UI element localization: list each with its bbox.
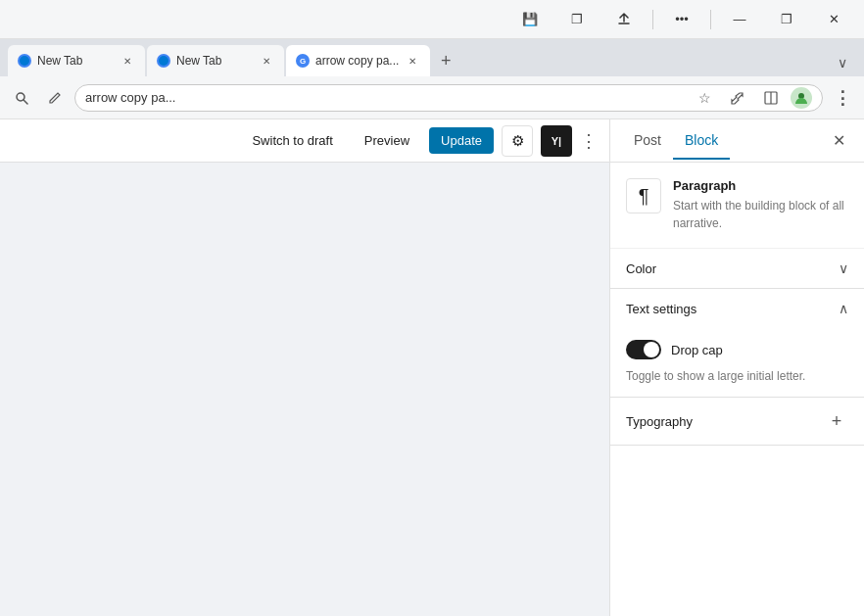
block-desc-text: Start with the building block of all nar… xyxy=(673,197,848,232)
title-bar-buttons: 💾 ❐ ••• — ❐ ✕ xyxy=(507,4,856,35)
typography-section-header[interactable]: Typography + xyxy=(610,398,864,445)
tab-close-3[interactable]: ✕ xyxy=(405,53,420,69)
tab-close-1[interactable]: ✕ xyxy=(120,53,135,69)
minimize-button[interactable]: — xyxy=(717,4,762,35)
tab-label-2: New Tab xyxy=(176,54,253,68)
maximize-button[interactable]: ❐ xyxy=(764,4,809,35)
text-settings-content: Drop cap Toggle to show a large initial … xyxy=(610,328,864,397)
panel-tabs: Post Block ✕ xyxy=(610,119,864,163)
text-settings-section: Text settings ∧ Drop cap Toggle to show … xyxy=(610,289,864,398)
address-bar-area: arrow copy pa... ☆ ⋮ xyxy=(0,76,864,119)
svg-point-0 xyxy=(20,56,29,66)
panel-content: ¶ Paragraph Start with the building bloc… xyxy=(610,163,864,616)
tab-overflow: ∨ xyxy=(829,49,856,76)
address-text: arrow copy pa... xyxy=(85,90,685,105)
switch-to-draft-button[interactable]: Switch to draft xyxy=(240,127,344,154)
editor-area: Switch to draft Preview Update ⚙ Y| ⋮ xyxy=(0,119,609,616)
tab-list-button[interactable]: ∨ xyxy=(829,49,856,76)
browser-chrome: New Tab ✕ New Tab ✕ G arrow copy pa... ✕… xyxy=(0,39,864,119)
more-titlebar-button[interactable]: ••• xyxy=(659,4,704,35)
save-titlebar-button[interactable]: 💾 xyxy=(507,4,552,35)
new-tab-button[interactable]: + xyxy=(432,47,459,74)
color-chevron-icon: ∨ xyxy=(839,261,848,276)
share-titlebar-button[interactable] xyxy=(601,4,647,35)
tab-post[interactable]: Post xyxy=(622,122,673,160)
favorites-button[interactable]: ☆ xyxy=(691,84,718,112)
close-button[interactable]: ✕ xyxy=(811,4,856,35)
typography-add-button[interactable]: + xyxy=(825,409,848,433)
browser-more-button[interactable]: ⋮ xyxy=(829,84,856,112)
tab-favicon-1 xyxy=(18,54,31,68)
svg-point-1 xyxy=(159,56,168,66)
tab-label-3: arrow copy pa... xyxy=(315,54,399,68)
drop-cap-row: Drop cap xyxy=(626,340,848,359)
preview-button[interactable]: Preview xyxy=(353,127,421,154)
main-area: Switch to draft Preview Update ⚙ Y| ⋮ xyxy=(0,119,864,616)
profile-avatar[interactable] xyxy=(791,87,812,109)
more-options-button[interactable]: ⋮ xyxy=(580,130,598,152)
browser-tab-1[interactable]: New Tab ✕ xyxy=(8,45,145,76)
tab-label-1: New Tab xyxy=(37,54,114,68)
block-description: Paragraph Start with the building block … xyxy=(673,178,848,232)
address-box[interactable]: arrow copy pa... ☆ xyxy=(74,84,823,112)
block-type-icon: ¶ xyxy=(626,178,661,213)
drop-cap-toggle[interactable] xyxy=(626,340,661,359)
browser-tab-3[interactable]: G arrow copy pa... ✕ xyxy=(286,45,430,76)
update-button[interactable]: Update xyxy=(429,127,494,154)
duplicate-titlebar-button[interactable]: ❐ xyxy=(554,4,600,35)
tab-block[interactable]: Block xyxy=(673,122,730,160)
right-panel: Post Block ✕ ¶ Paragraph Start with the … xyxy=(609,119,864,616)
split-view-button[interactable] xyxy=(757,84,785,112)
tab-bar: New Tab ✕ New Tab ✕ G arrow copy pa... ✕… xyxy=(0,39,864,76)
settings-button[interactable]: ⚙ xyxy=(502,125,533,157)
tab-favicon-2 xyxy=(157,54,170,68)
toggle-knob xyxy=(644,342,659,357)
divider xyxy=(652,10,653,29)
block-info: ¶ Paragraph Start with the building bloc… xyxy=(610,163,864,249)
color-section: Color ∨ xyxy=(610,249,864,289)
search-button[interactable] xyxy=(8,84,35,112)
browser-tab-2[interactable]: New Tab ✕ xyxy=(147,45,284,76)
plugin-button[interactable]: Y| xyxy=(541,125,572,157)
tab-favicon-3: G xyxy=(296,54,310,68)
drop-cap-description: Toggle to show a large initial letter. xyxy=(626,367,848,385)
color-section-header[interactable]: Color ∨ xyxy=(610,249,864,288)
extensions-button[interactable] xyxy=(724,84,751,112)
color-section-label: Color xyxy=(626,261,656,276)
block-title: Paragraph xyxy=(673,178,848,193)
svg-line-3 xyxy=(24,100,27,104)
typography-label: Typography xyxy=(626,414,693,429)
pen-button[interactable] xyxy=(41,84,69,112)
panel-close-button[interactable]: ✕ xyxy=(825,127,852,155)
divider2 xyxy=(710,10,711,29)
text-settings-header[interactable]: Text settings ∧ xyxy=(610,289,864,328)
wp-toolbar: Switch to draft Preview Update ⚙ Y| ⋮ xyxy=(0,119,609,163)
text-settings-label: Text settings xyxy=(626,302,696,316)
tab-close-2[interactable]: ✕ xyxy=(259,53,274,69)
title-bar: 💾 ❐ ••• — ❐ ✕ xyxy=(0,0,864,39)
drop-cap-label: Drop cap xyxy=(671,343,723,357)
text-settings-chevron-icon: ∧ xyxy=(839,301,848,316)
typography-section: Typography + xyxy=(610,398,864,446)
